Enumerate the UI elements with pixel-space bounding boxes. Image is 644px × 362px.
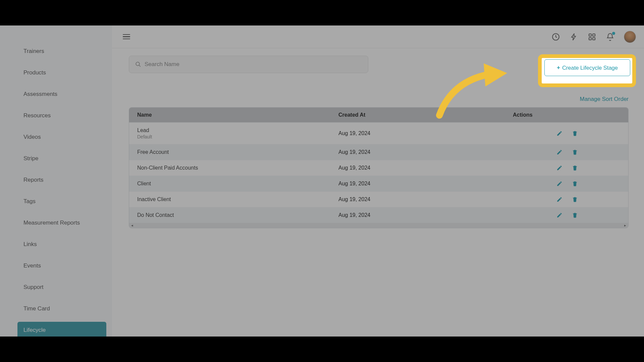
sidebar-item-stripe[interactable]: Stripe xyxy=(17,150,106,167)
scroll-right-icon[interactable]: ▸ xyxy=(624,223,626,228)
cell-created-at: Aug 19, 2024 xyxy=(338,212,513,218)
hamburger-menu-icon[interactable] xyxy=(120,30,133,44)
lifecycle-table: Name Created At Actions LeadDefaultAug 1… xyxy=(129,107,629,228)
cell-name: Do Not Contact xyxy=(137,212,338,218)
trash-icon[interactable] xyxy=(572,212,578,218)
manage-sort-order-link[interactable]: Manage Sort Order xyxy=(580,96,629,102)
cell-created-at: Aug 19, 2024 xyxy=(338,196,513,202)
search-input[interactable]: Search Name xyxy=(129,56,368,73)
edit-icon[interactable] xyxy=(556,165,562,171)
notification-dot xyxy=(612,32,615,35)
sidebar-item-trainers[interactable]: Trainers xyxy=(17,43,106,60)
svg-rect-1 xyxy=(589,34,591,36)
user-avatar[interactable] xyxy=(624,31,636,43)
cell-actions xyxy=(513,181,620,187)
table-row: ClientAug 19, 2024 xyxy=(129,176,628,191)
sidebar-item-products[interactable]: Products xyxy=(17,64,106,81)
sidebar-item-events[interactable]: Events xyxy=(17,257,106,274)
topbar-actions xyxy=(551,31,636,43)
cell-created-at: Aug 19, 2024 xyxy=(338,165,513,171)
trash-icon[interactable] xyxy=(572,196,578,202)
apps-grid-icon[interactable] xyxy=(588,33,596,41)
cell-name: Free Account xyxy=(137,149,338,155)
edit-icon[interactable] xyxy=(556,130,562,136)
sidebar: TrainersProductsAssessmentsResourcesVide… xyxy=(0,25,112,337)
table-header-row: Name Created At Actions xyxy=(129,108,628,122)
scroll-left-icon[interactable]: ◂ xyxy=(131,223,133,228)
plus-icon: + xyxy=(557,64,560,71)
sidebar-nav: TrainersProductsAssessmentsResourcesVide… xyxy=(17,43,106,343)
cell-name: LeadDefault xyxy=(137,127,338,139)
letterbox-bottom xyxy=(0,337,644,362)
cell-name: Inactive Client xyxy=(137,196,338,202)
trash-icon[interactable] xyxy=(572,149,578,155)
cell-name: Client xyxy=(137,181,338,187)
search-icon xyxy=(135,61,141,67)
header-name: Name xyxy=(137,112,338,118)
manage-row: Manage Sort Order xyxy=(129,96,629,103)
lightning-icon[interactable] xyxy=(570,33,578,41)
svg-rect-4 xyxy=(593,38,595,40)
sidebar-item-reports[interactable]: Reports xyxy=(17,172,106,188)
trash-icon[interactable] xyxy=(572,130,578,136)
table-row: Non-Client Paid AccountsAug 19, 2024 xyxy=(129,160,628,176)
cell-actions xyxy=(513,165,620,171)
sidebar-item-support[interactable]: Support xyxy=(17,279,106,296)
cell-actions xyxy=(513,149,620,155)
trash-icon[interactable] xyxy=(572,165,578,171)
cell-actions xyxy=(513,130,620,136)
sidebar-item-tags[interactable]: Tags xyxy=(17,193,106,210)
sidebar-item-resources[interactable]: Resources xyxy=(17,107,106,124)
table-row: Free AccountAug 19, 2024 xyxy=(129,144,628,160)
edit-icon[interactable] xyxy=(556,212,562,218)
cell-actions xyxy=(513,212,620,218)
sidebar-item-time-card[interactable]: Time Card xyxy=(17,300,106,317)
edit-icon[interactable] xyxy=(556,149,562,155)
bell-icon[interactable] xyxy=(606,33,614,41)
table-row: Do Not ContactAug 19, 2024 xyxy=(129,207,628,223)
sidebar-item-videos[interactable]: Videos xyxy=(17,129,106,145)
cell-actions xyxy=(513,196,620,202)
content-area: Search Name + Create Lifecycle Stage Man… xyxy=(129,56,629,228)
create-button-label: Create Lifecycle Stage xyxy=(562,65,618,71)
cell-created-at: Aug 19, 2024 xyxy=(338,181,513,187)
clock-icon[interactable] xyxy=(551,33,560,41)
header-actions: Actions xyxy=(513,112,620,118)
svg-rect-3 xyxy=(589,38,591,40)
letterbox-top xyxy=(0,0,644,25)
table-row: Inactive ClientAug 19, 2024 xyxy=(129,191,628,207)
sidebar-item-assessments[interactable]: Assessments xyxy=(17,86,106,103)
cell-name: Non-Client Paid Accounts xyxy=(137,165,338,171)
trash-icon[interactable] xyxy=(572,181,578,187)
search-placeholder: Search Name xyxy=(145,61,179,68)
header-created-at: Created At xyxy=(338,112,513,118)
sidebar-item-measurement-reports[interactable]: Measurement Reports xyxy=(17,215,106,231)
svg-rect-2 xyxy=(593,34,595,36)
sidebar-item-lifecycle[interactable]: Lifecycle xyxy=(17,322,106,339)
edit-icon[interactable] xyxy=(556,181,562,187)
horizontal-scrollbar[interactable]: ◂ ▸ xyxy=(129,223,628,228)
sidebar-item-links[interactable]: Links xyxy=(17,236,106,253)
create-lifecycle-stage-button[interactable]: + Create Lifecycle Stage xyxy=(544,59,630,76)
topbar xyxy=(112,25,644,48)
cell-created-at: Aug 19, 2024 xyxy=(338,130,513,136)
table-row: LeadDefaultAug 19, 2024 xyxy=(129,122,628,144)
edit-icon[interactable] xyxy=(556,196,562,202)
app-viewport: TrainersProductsAssessmentsResourcesVide… xyxy=(0,25,644,337)
search-create-row: Search Name + Create Lifecycle Stage xyxy=(129,56,629,73)
cell-created-at: Aug 19, 2024 xyxy=(338,149,513,155)
main-area: Search Name + Create Lifecycle Stage Man… xyxy=(112,25,644,337)
